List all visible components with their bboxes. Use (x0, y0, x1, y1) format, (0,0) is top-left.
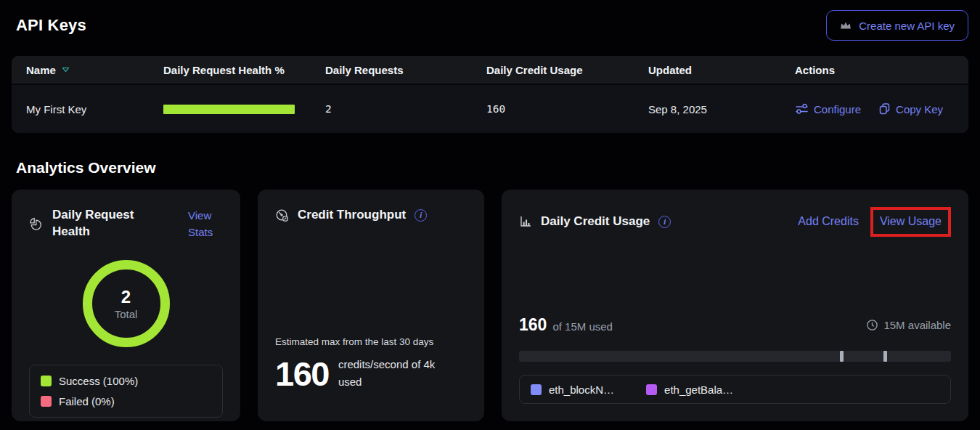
api-keys-header: API Keys Create new API key (0, 0, 980, 41)
view-stats-link[interactable]: View Stats (188, 207, 223, 241)
analytics-cards: Daily Request Health View Stats 2 Total … (12, 190, 968, 421)
health-bar-cell (163, 105, 325, 114)
daily-request-health-header: Daily Request Health View Stats (29, 207, 223, 241)
column-header-updated: Updated (648, 64, 795, 76)
copy-key-label: Copy Key (896, 103, 943, 115)
dashboard-page: API Keys Create new API key Name Daily R… (0, 0, 980, 430)
chevron-down-icon[interactable] (62, 67, 70, 73)
column-header-credit-usage: Daily Credit Usage (486, 64, 648, 76)
daily-credit-usage-value: 160 (486, 103, 648, 115)
credit-usage-progress-bar (519, 351, 951, 362)
credit-throughput-header: Credit Throughput i (275, 207, 467, 224)
column-header-name[interactable]: Name (26, 64, 163, 76)
red-annotation-box: View Usage (870, 207, 951, 237)
sliders-icon (795, 103, 809, 115)
health-bar (163, 105, 295, 114)
copy-key-button[interactable]: Copy Key (878, 102, 943, 115)
credits-available-label: 15M available (883, 319, 951, 331)
throughput-value: 160 (275, 357, 329, 391)
bar-chart-icon (519, 215, 532, 228)
analytics-overview-title: Analytics Overview (16, 159, 980, 177)
failed-label: Failed (0%) (59, 395, 115, 407)
column-header-requests: Daily Requests (325, 64, 486, 76)
column-header-health: Daily Request Health % (163, 64, 325, 76)
legend-item-eth-getbalance: eth_getBala… (646, 384, 733, 396)
updated-value: Sep 8, 2025 (648, 103, 795, 115)
progress-tick (883, 351, 887, 362)
credit-throughput-card: Credit Throughput i Estimated max from t… (258, 190, 484, 421)
add-credits-link[interactable]: Add Credits (798, 213, 859, 231)
gauge-icon (275, 208, 289, 222)
eth-blocknumber-label: eth_blockN… (549, 384, 614, 396)
eth-getbalance-label: eth_getBala… (664, 384, 733, 396)
usage-legend: eth_blockN… eth_getBala… (519, 375, 951, 404)
daily-credit-usage-header: Daily Credit Usage i Add Credits View Us… (519, 207, 951, 237)
success-swatch (41, 376, 52, 386)
daily-requests-value: 2 (325, 103, 486, 115)
credits-used-value: 160 (519, 315, 547, 335)
copy-icon (878, 102, 891, 115)
credits-used-caption: of 15M used (552, 320, 613, 333)
eth-blocknumber-swatch (531, 384, 542, 395)
view-usage-link[interactable]: View Usage (880, 215, 942, 227)
key-name: My First Key (26, 103, 163, 115)
daily-request-health-title: Daily Request Health (52, 207, 141, 240)
clock-icon (866, 319, 878, 331)
progress-tick (840, 351, 844, 362)
legend-item-eth-blocknumber: eth_blockN… (531, 384, 614, 396)
credit-throughput-title: Credit Throughput (298, 207, 406, 224)
success-label: Success (100%) (59, 375, 138, 387)
column-header-actions: Actions (795, 64, 968, 76)
health-legend: Success (100%) Failed (0%) (29, 365, 223, 418)
table-header-row: Name Daily Request Health % Daily Reques… (12, 56, 968, 85)
daily-credit-usage-title: Daily Credit Usage (541, 214, 650, 230)
configure-button[interactable]: Configure (795, 103, 861, 115)
legend-item-success: Success (100%) (41, 375, 211, 387)
create-api-key-button[interactable]: Create new API key (826, 10, 968, 41)
configure-label: Configure (814, 103, 861, 115)
daily-credit-usage-card: Daily Credit Usage i Add Credits View Us… (502, 190, 968, 421)
donut-total-value: 2 (121, 287, 131, 307)
request-health-donut: 2 Total (81, 259, 171, 349)
create-api-key-label: Create new API key (859, 20, 955, 32)
api-keys-table: Name Daily Request Health % Daily Reques… (12, 56, 968, 133)
legend-item-failed: Failed (0%) (41, 395, 211, 407)
throughput-caption: credits/second of 4k used (338, 356, 452, 391)
info-icon[interactable]: i (415, 209, 427, 222)
donut-total-label: Total (115, 308, 138, 320)
throughput-subtitle: Estimated max from the last 30 days (275, 336, 467, 347)
crown-icon (840, 21, 852, 31)
table-row: My First Key 2 160 Sep 8, 2025 Conf (12, 85, 968, 133)
page-title: API Keys (16, 16, 86, 35)
info-icon[interactable]: i (658, 216, 671, 228)
pie-chart-icon (29, 217, 43, 231)
eth-getbalance-swatch (646, 384, 657, 395)
failed-swatch (41, 396, 52, 407)
actions-cell: Configure Copy Key (795, 102, 968, 115)
daily-request-health-card: Daily Request Health View Stats 2 Total … (12, 190, 240, 421)
